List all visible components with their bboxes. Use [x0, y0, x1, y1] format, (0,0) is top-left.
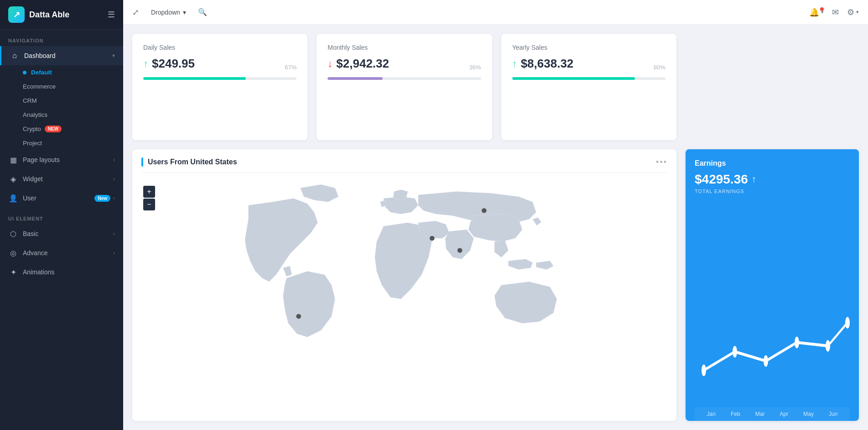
- animation-icon: ✦: [8, 267, 18, 277]
- content-area: Daily Sales ↑ $249.95 67% Monthly Sales …: [123, 25, 868, 430]
- sidebar-header: ↗ Datta Able ☰: [0, 0, 123, 30]
- hamburger-icon[interactable]: ☰: [108, 10, 115, 20]
- layout-icon: ▦: [8, 155, 18, 165]
- monthly-sales-percent: 36%: [469, 64, 481, 71]
- sidebar-item-advance[interactable]: ◎ Advance ›: [0, 243, 123, 262]
- map-dot-middle-east: [430, 236, 435, 241]
- basic-chevron: ›: [113, 231, 115, 237]
- earnings-total-label: TOTAL EARNINGS: [695, 189, 850, 194]
- settings-button[interactable]: ⚙ ▾: [847, 7, 859, 17]
- topbar-left: ⤢ Dropdown ▾ 🔍: [132, 6, 207, 19]
- chart-label-jun: Jun: [829, 411, 837, 417]
- daily-progress-bar: [143, 77, 296, 80]
- expand-icon[interactable]: ⤢: [132, 7, 139, 17]
- page-layouts-chevron: ›: [113, 157, 115, 163]
- search-icon[interactable]: 🔍: [198, 8, 207, 16]
- sub-item-default[interactable]: Default: [6, 65, 123, 79]
- basic-label: Basic: [23, 230, 113, 237]
- map-title: Users From United States: [141, 157, 237, 167]
- sub-item-analytics-label: Analytics: [23, 111, 47, 118]
- mail-button[interactable]: ✉: [832, 7, 839, 17]
- user-label: User: [23, 194, 92, 202]
- sidebar-item-basic[interactable]: ⬡ Basic ›: [0, 224, 123, 243]
- main-area: ⤢ Dropdown ▾ 🔍 🔔 ▾ ✉ ⚙ ▾ Dail: [123, 0, 868, 430]
- chart-label-may: May: [803, 411, 814, 417]
- sub-item-crypto-label: Crypto: [23, 126, 41, 132]
- advance-chevron: ›: [113, 250, 115, 256]
- sub-item-crypto[interactable]: Crypto NEW: [6, 122, 123, 136]
- world-map-svg: [141, 178, 667, 351]
- yearly-progress-bar: [512, 77, 665, 80]
- daily-up-arrow-icon: ↑: [143, 58, 148, 70]
- sidebar-scroll: NAVIGATION ⌂ Dashboard ▾ Default Ecommer…: [0, 30, 123, 430]
- notification-badge: [820, 7, 824, 11]
- sidebar-item-widget[interactable]: ◈ Widget ›: [0, 169, 123, 189]
- logo-icon: ↗: [8, 6, 25, 23]
- yearly-sales-percent: 80%: [654, 64, 665, 71]
- sidebar-item-animations[interactable]: ✦ Animations: [0, 262, 123, 282]
- home-icon: ⌂: [10, 51, 20, 61]
- daily-sales-percent: 67%: [285, 64, 296, 71]
- sub-item-crm[interactable]: CRM: [6, 94, 123, 108]
- sub-item-ecommerce-label: Ecommerce: [23, 83, 56, 90]
- advance-label: Advance: [23, 249, 113, 257]
- map-card: Users From United States ••• + −: [132, 149, 676, 421]
- chart-x-labels: Jan Feb Mar Apr May Jun: [695, 407, 850, 421]
- monthly-progress-fill: [327, 77, 383, 80]
- person-icon: 👤: [8, 193, 18, 203]
- earnings-amount-row: $4295.36 ↑: [695, 172, 850, 187]
- chart-dot-5: [826, 340, 830, 351]
- yearly-sales-amount-row: ↑ $8,638.32 80%: [512, 57, 665, 71]
- chart-dot-2: [733, 346, 737, 357]
- settings-chevron: ▾: [856, 9, 859, 15]
- monthly-sales-value: $2,942.32: [336, 57, 389, 71]
- daily-sales-card: Daily Sales ↑ $249.95 67%: [132, 34, 307, 140]
- map-container: [141, 178, 667, 351]
- sidebar: ↗ Datta Able ☰ NAVIGATION ⌂ Dashboard ▾ …: [0, 0, 123, 430]
- mail-icon: ✉: [832, 7, 839, 17]
- widget-label: Widget: [23, 175, 113, 183]
- topbar-right: 🔔 ▾ ✉ ⚙ ▾: [809, 7, 859, 17]
- daily-sales-title: Daily Sales: [143, 44, 296, 51]
- chart-label-feb: Feb: [731, 411, 740, 417]
- map-dots-menu[interactable]: •••: [656, 157, 667, 167]
- yearly-sales-title: Yearly Sales: [512, 44, 665, 51]
- earnings-card: Earnings $4295.36 ↑ TOTAL EARNINGS: [686, 149, 859, 421]
- monthly-down-arrow-icon: ↓: [327, 58, 333, 70]
- chart-dot-6: [845, 317, 850, 328]
- sub-item-ecommerce[interactable]: Ecommerce: [6, 79, 123, 94]
- sub-item-project-label: Project: [23, 140, 42, 147]
- yearly-up-arrow-icon: ↑: [512, 58, 517, 70]
- sidebar-item-user[interactable]: 👤 User New ›: [0, 189, 123, 208]
- monthly-sales-card: Monthly Sales ↓ $2,942.32 36%: [317, 34, 492, 140]
- sidebar-item-page-layouts[interactable]: ▦ Page layouts ›: [0, 150, 123, 169]
- dashboard-label: Dashboard: [24, 52, 112, 59]
- orbit-icon: ◎: [8, 248, 18, 258]
- bell-icon: 🔔: [809, 7, 819, 17]
- gear-icon: ⚙: [847, 7, 854, 17]
- monthly-sales-title: Monthly Sales: [327, 44, 481, 51]
- notification-button[interactable]: 🔔 ▾: [809, 7, 824, 17]
- earnings-line-chart: [695, 199, 850, 408]
- layers-icon: ◈: [8, 174, 18, 184]
- map-dot-russia: [482, 208, 487, 213]
- dropdown-label: Dropdown: [151, 9, 180, 16]
- ui-element-label: UI ELEMENT: [0, 208, 123, 224]
- sub-item-default-label: Default: [31, 69, 52, 76]
- chart-label-mar: Mar: [755, 411, 765, 417]
- earnings-chart: [695, 199, 850, 408]
- chart-label-apr: Apr: [780, 411, 789, 417]
- yearly-progress-fill: [512, 77, 635, 80]
- dropdown-button[interactable]: Dropdown ▾: [146, 6, 192, 19]
- sidebar-item-dashboard[interactable]: ⌂ Dashboard ▾: [0, 46, 123, 65]
- logo-text: Datta Able: [29, 10, 69, 20]
- dot-icon: [23, 71, 26, 74]
- daily-sales-value: $249.95: [152, 57, 195, 71]
- cube-icon: ⬡: [8, 229, 18, 239]
- widget-chevron: ›: [113, 176, 115, 182]
- earnings-value: $4295.36: [695, 172, 748, 187]
- monthly-sales-amount-row: ↓ $2,942.32 36%: [327, 57, 481, 71]
- sub-item-analytics[interactable]: Analytics: [6, 108, 123, 122]
- chart-dot-4: [795, 336, 799, 348]
- sub-item-project[interactable]: Project: [6, 136, 123, 150]
